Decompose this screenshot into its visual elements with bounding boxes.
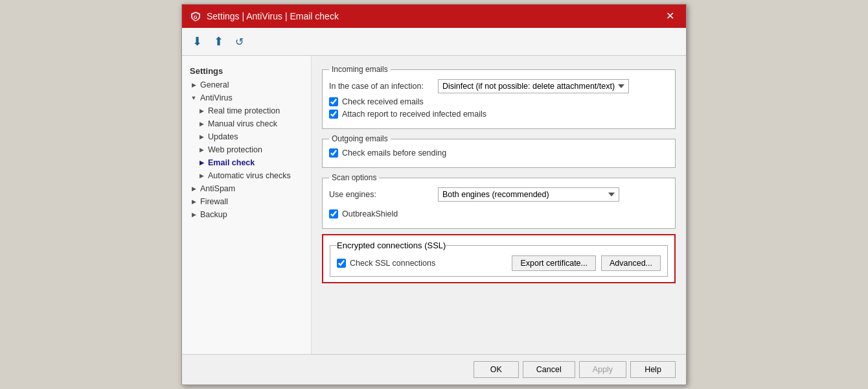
sidebar-item-manual-virus-check[interactable]: ▶ Manual virus check <box>182 117 311 130</box>
arrow-icon: ▼ <box>190 94 198 102</box>
sidebar-item-firewall[interactable]: ▶ Firewall <box>182 195 311 208</box>
sidebar-label-general: General <box>200 80 229 89</box>
arrow-icon: ▶ <box>198 146 205 154</box>
check-before-sending-label: Check emails before sending <box>342 148 446 158</box>
ok-button[interactable]: OK <box>474 361 519 378</box>
sidebar-label-firewall: Firewall <box>200 197 228 206</box>
sidebar-item-email-check[interactable]: ▶ Email check <box>182 156 311 169</box>
sidebar-item-backup[interactable]: ▶ Backup <box>182 208 311 221</box>
advanced-button[interactable]: Advanced... <box>601 255 661 271</box>
scan-engines-row: Use engines: Both engines (recommended) … <box>329 187 668 222</box>
ssl-section: Encrypted connections (SSL) Check SSL co… <box>330 241 668 277</box>
arrow-icon: ▶ <box>198 172 205 180</box>
content-area: Incoming emails In the case of an infect… <box>312 56 686 354</box>
help-button[interactable]: Help <box>630 361 676 378</box>
arrow-icon: ▶ <box>198 159 205 167</box>
sidebar-label-mvc: Manual virus check <box>208 119 277 128</box>
sidebar-item-web-protection[interactable]: ▶ Web protection <box>182 143 311 156</box>
sidebar-item-antispam[interactable]: ▶ AntiSpam <box>182 182 311 195</box>
toolbar-refresh-btn[interactable]: ↺ <box>231 32 247 51</box>
sidebar-label-rtp: Real time protection <box>208 106 280 115</box>
arrow-icon: ▶ <box>190 198 198 206</box>
scan-left: Use engines: Both engines (recommended) … <box>329 187 619 222</box>
toolbar-upload-btn[interactable]: ⬆ <box>210 32 227 51</box>
arrow-icon: ▶ <box>198 107 205 115</box>
scan-options-legend: Scan options <box>329 173 379 182</box>
outbreak-label: OutbreakShield <box>342 209 398 218</box>
outbreak-checkbox[interactable] <box>329 209 338 218</box>
app-icon: G <box>190 10 201 22</box>
sidebar-item-general[interactable]: ▶ General <box>182 78 311 91</box>
sidebar: Settings ▶ General ▼ AntiVirus ▶ Real ti… <box>182 56 312 354</box>
incoming-emails-section: Incoming emails In the case of an infect… <box>322 65 676 129</box>
arrow-icon: ▶ <box>190 81 198 89</box>
title-bar: G Settings | AntiVirus | Email check ✕ <box>182 5 686 28</box>
cancel-button[interactable]: Cancel <box>523 361 575 378</box>
sidebar-label-updates: Updates <box>208 132 238 141</box>
footer: OK Cancel Apply Help <box>182 354 686 384</box>
arrow-icon: ▶ <box>190 185 198 193</box>
scan-options-section: Scan options Use engines: Both engines (… <box>322 173 676 229</box>
sidebar-item-real-time-protection[interactable]: ▶ Real time protection <box>182 104 311 117</box>
toolbar-download-btn[interactable]: ⬇ <box>188 32 206 51</box>
sidebar-item-antivirus[interactable]: ▼ AntiVirus <box>182 91 311 104</box>
check-before-sending-checkbox[interactable] <box>329 148 338 158</box>
toolbar: ⬇ ⬆ ↺ <box>182 28 686 56</box>
use-engines-label: Use engines: <box>329 190 433 199</box>
check-ssl-label: Check SSL connections <box>350 259 435 268</box>
outgoing-legend: Outgoing emails <box>329 134 391 143</box>
infection-row: In the case of an infection: Disinfect (… <box>329 79 668 93</box>
sidebar-label-wp: Web protection <box>208 145 262 154</box>
sidebar-label-ec: Email check <box>208 158 255 167</box>
ssl-buttons: Export certificate... Advanced... <box>512 255 661 271</box>
arrow-icon: ▶ <box>198 120 205 128</box>
export-certificate-button[interactable]: Export certificate... <box>512 255 596 271</box>
window-title: Settings | AntiVirus | Email check <box>207 11 339 21</box>
sidebar-label-antispam: AntiSpam <box>200 184 235 193</box>
outgoing-emails-section: Outgoing emails Check emails before send… <box>322 134 676 168</box>
check-received-label: Check received emails <box>342 97 424 106</box>
title-bar-left: G Settings | AntiVirus | Email check <box>190 10 339 22</box>
settings-window: G Settings | AntiVirus | Email check ✕ ⬇… <box>181 4 687 385</box>
ssl-row: Check SSL connections Export certificate… <box>337 255 661 271</box>
sidebar-label-antivirus: AntiVirus <box>200 93 233 102</box>
attach-report-checkbox[interactable] <box>329 110 338 119</box>
infection-label: In the case of an infection: <box>329 82 433 91</box>
check-ssl-row: Check SSL connections <box>337 259 435 268</box>
outbreak-row: OutbreakShield <box>329 209 619 218</box>
svg-text:G: G <box>194 15 198 19</box>
sidebar-item-automatic-virus-checks[interactable]: ▶ Automatic virus checks <box>182 169 311 182</box>
apply-button[interactable]: Apply <box>579 361 626 378</box>
ssl-legend: Encrypted connections (SSL) <box>337 241 446 250</box>
check-before-sending-row: Check emails before sending <box>329 148 668 158</box>
engines-select[interactable]: Both engines (recommended) Engine 1 only… <box>438 187 619 202</box>
use-engines-row: Use engines: Both engines (recommended) … <box>329 187 619 202</box>
sidebar-label-avc: Automatic virus checks <box>208 171 291 180</box>
arrow-icon: ▶ <box>190 211 198 218</box>
ssl-section-highlighted: Encrypted connections (SSL) Check SSL co… <box>322 234 676 283</box>
close-button[interactable]: ✕ <box>662 10 678 23</box>
check-ssl-checkbox[interactable] <box>337 259 346 268</box>
check-received-checkbox[interactable] <box>329 97 338 106</box>
attach-report-label: Attach report to received infected email… <box>342 110 486 119</box>
check-received-row: Check received emails <box>329 97 668 106</box>
infection-select[interactable]: Disinfect (if not possible: delete attac… <box>438 79 629 93</box>
attach-report-row: Attach report to received infected email… <box>329 110 668 119</box>
main-content: Settings ▶ General ▼ AntiVirus ▶ Real ti… <box>182 56 686 354</box>
incoming-legend: Incoming emails <box>329 65 391 74</box>
sidebar-item-updates[interactable]: ▶ Updates <box>182 130 311 143</box>
arrow-icon: ▶ <box>198 133 205 141</box>
sidebar-label-backup: Backup <box>200 210 227 219</box>
sidebar-settings-label: Settings <box>182 64 311 78</box>
